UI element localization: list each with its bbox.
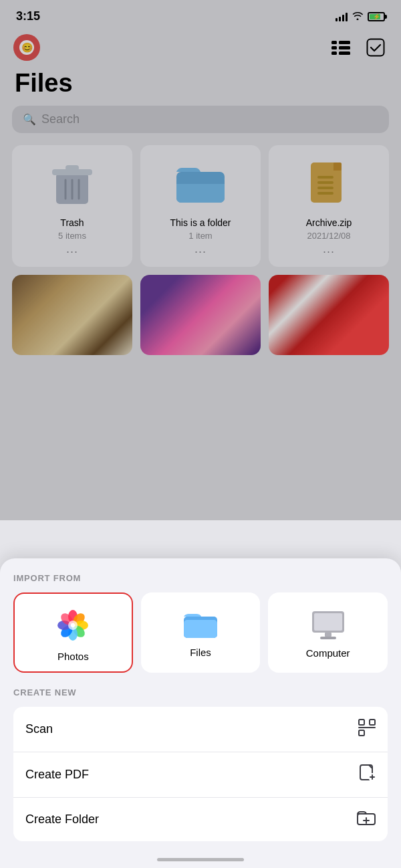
file-grid: Trash 5 items ··· This is a folder 1 ite… <box>0 145 401 275</box>
search-bar[interactable]: 🔍 Search <box>12 106 389 133</box>
file-name: Trash <box>60 217 84 228</box>
photos-label: Photos <box>57 651 89 662</box>
import-files-button[interactable]: Files <box>141 592 261 673</box>
computer-label: Computer <box>306 647 350 659</box>
wifi-icon <box>352 11 364 22</box>
svg-rect-19 <box>317 181 333 184</box>
file-meta: 2021/12/08 <box>307 231 350 241</box>
svg-rect-2 <box>331 46 337 49</box>
svg-rect-1 <box>339 41 350 44</box>
create-folder-label: Create Folder <box>25 812 99 827</box>
svg-rect-4 <box>331 51 337 55</box>
svg-rect-5 <box>339 51 350 55</box>
import-row: Photos Files Computer <box>13 592 388 673</box>
svg-rect-3 <box>339 46 350 49</box>
file-card-archive[interactable]: Archive.zip 2021/12/08 ··· <box>269 145 389 267</box>
import-section-label: IMPORT FROM <box>13 573 388 583</box>
svg-rect-9 <box>65 165 79 171</box>
svg-rect-34 <box>314 613 342 631</box>
battery-icon: ⚡ <box>368 12 385 21</box>
import-photos-button[interactable]: Photos <box>13 592 133 673</box>
photo-thumb-2[interactable] <box>140 275 261 355</box>
create-folder-action-button[interactable]: Create Folder <box>13 798 388 841</box>
svg-rect-36 <box>320 637 336 639</box>
file-meta: 1 item <box>188 231 212 241</box>
svg-rect-35 <box>325 633 331 637</box>
app-logo[interactable]: 😊 <box>13 34 40 61</box>
svg-rect-6 <box>368 39 384 56</box>
file-name: This is a folder <box>170 217 231 228</box>
import-computer-button[interactable]: Computer <box>268 592 388 673</box>
trash-icon <box>45 157 99 211</box>
svg-rect-37 <box>359 720 364 725</box>
file-meta: 5 items <box>58 231 86 241</box>
svg-rect-21 <box>317 192 333 195</box>
svg-rect-17 <box>333 162 342 171</box>
create-pdf-action-button[interactable]: Create PDF <box>13 752 388 798</box>
file-menu-button[interactable]: ··· <box>66 245 78 259</box>
archive-icon <box>302 157 356 211</box>
pdf-icon <box>360 764 376 785</box>
create-section-label: CREATE NEW <box>13 687 388 697</box>
file-name: Archive.zip <box>306 217 352 228</box>
folder-add-icon <box>357 810 376 829</box>
file-card-folder[interactable]: This is a folder 1 item ··· <box>140 145 261 267</box>
svg-rect-15 <box>176 176 225 184</box>
svg-rect-20 <box>317 187 333 189</box>
status-icons: ⚡ <box>336 11 385 22</box>
home-indicator <box>157 858 244 861</box>
create-action-list: Scan Create PDF <box>13 707 388 841</box>
svg-rect-38 <box>370 720 375 725</box>
logo-icon: 😊 <box>21 42 33 53</box>
search-icon: 🔍 <box>23 113 36 126</box>
photo-grid <box>0 275 401 355</box>
photo-thumb-1[interactable] <box>12 275 132 355</box>
svg-rect-0 <box>331 41 337 44</box>
app-header: 😊 <box>0 29 401 64</box>
scan-icon <box>358 719 376 740</box>
search-placeholder: Search <box>41 112 80 126</box>
svg-rect-18 <box>317 176 333 179</box>
svg-rect-39 <box>359 730 364 736</box>
svg-rect-32 <box>184 620 217 638</box>
grid-view-button[interactable] <box>329 35 353 60</box>
file-card-trash[interactable]: Trash 5 items ··· <box>12 145 132 267</box>
svg-point-30 <box>68 621 78 630</box>
folder-icon <box>174 157 227 211</box>
signal-bars-icon <box>336 12 348 21</box>
files-label: Files <box>190 647 211 658</box>
create-pdf-label: Create PDF <box>25 768 89 782</box>
status-time: 3:15 <box>16 9 40 23</box>
select-button[interactable] <box>364 35 388 60</box>
header-actions <box>329 35 388 60</box>
bottom-sheet: IMPORT FROM Photos <box>0 558 401 868</box>
file-menu-button[interactable]: ··· <box>194 245 207 259</box>
photo-thumb-3[interactable] <box>269 275 389 355</box>
status-bar: 3:15 ⚡ <box>0 0 401 29</box>
page-title: Files <box>0 64 401 106</box>
scan-action-button[interactable]: Scan <box>13 707 388 752</box>
scan-label: Scan <box>25 722 53 736</box>
file-menu-button[interactable]: ··· <box>323 245 335 259</box>
